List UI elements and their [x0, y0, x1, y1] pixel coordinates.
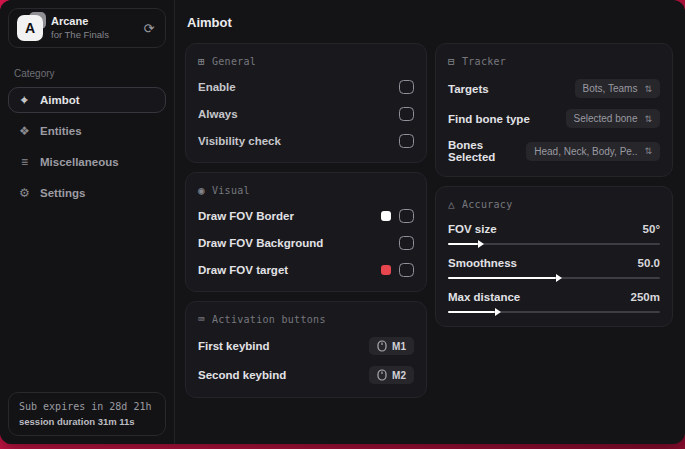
fov-border-color-swatch[interactable]	[381, 211, 391, 221]
bones-selected-dropdown[interactable]: Head, Neck, Body, Pe.. ⇅	[526, 142, 660, 161]
card-title: Tracker	[462, 56, 506, 67]
second-keybind-row: Second keybind M2	[198, 366, 414, 384]
slider-fill[interactable]	[448, 311, 495, 313]
find-bone-type-row: Find bone type Selected bone ⇅	[448, 109, 660, 128]
app-subtitle: for The Finals	[51, 29, 109, 41]
sidebar-item-entities[interactable]: ❖ Entities	[8, 118, 166, 144]
visual-row-fov-border: Draw FOV Border	[198, 208, 414, 224]
app-logo: A	[17, 15, 43, 41]
sub-expiry-text: Sub expires in 28d 21h	[19, 401, 155, 412]
sidebar-item-aimbot[interactable]: ⌖ Aimbot	[8, 87, 166, 113]
sidebar-nav: ⌖ Aimbot ❖ Entities ≡ Miscellaneous ⚙ Se…	[0, 87, 174, 206]
select-arrows-icon: ⇅	[644, 114, 652, 124]
card-title: Visual	[212, 185, 250, 196]
sidebar-item-label: Aimbot	[40, 94, 80, 106]
subscription-info: Sub expires in 28d 21h session duration …	[8, 392, 166, 436]
first-keybind-row: First keybind M1	[198, 337, 414, 355]
select-arrows-icon: ⇅	[644, 146, 652, 156]
slider-fill[interactable]	[448, 243, 478, 245]
select-arrows-icon: ⇅	[644, 84, 652, 94]
main-content: Aimbot ⊞ General Enable Always	[175, 0, 685, 444]
fov-target-checkbox[interactable]	[399, 263, 414, 277]
fov-size-slider-block: FOV size 50°	[448, 223, 660, 245]
sidebar: A Arcane for The Finals ⟳ Category ⌖ Aim…	[0, 0, 175, 444]
app-window: A Arcane for The Finals ⟳ Category ⌖ Aim…	[0, 0, 685, 444]
smoothness-value: 50.0	[638, 257, 660, 269]
smoothness-slider[interactable]	[448, 277, 660, 279]
visual-card: ◉ Visual Draw FOV Border Draw FOV Backgr…	[185, 172, 427, 292]
app-header: A Arcane for The Finals ⟳	[8, 8, 166, 48]
refresh-icon[interactable]: ⟳	[141, 21, 157, 36]
entities-icon: ❖	[18, 124, 31, 138]
smoothness-slider-block: Smoothness 50.0	[448, 257, 660, 279]
max-distance-slider[interactable]	[448, 311, 660, 313]
fov-border-checkbox[interactable]	[399, 209, 414, 223]
sidebar-item-label: Settings	[40, 187, 85, 199]
max-distance-value: 250m	[631, 291, 660, 303]
fov-background-checkbox[interactable]	[399, 236, 414, 250]
mouse-icon	[377, 369, 387, 381]
activation-buttons-card: ⌨ Activation buttons First keybind M1	[185, 301, 427, 398]
app-titles: Arcane for The Finals	[51, 15, 109, 41]
gear-icon: ⚙	[18, 186, 31, 200]
targets-dropdown[interactable]: Bots, Teams ⇅	[575, 79, 660, 98]
mouse-icon	[377, 340, 387, 352]
general-icon: ⊞	[198, 55, 205, 68]
category-label: Category	[14, 68, 160, 79]
sidebar-item-label: Miscellaneous	[40, 156, 119, 168]
sidebar-item-label: Entities	[40, 125, 82, 137]
general-row-visibility: Visibility check	[198, 133, 414, 149]
sidebar-item-miscellaneous[interactable]: ≡ Miscellaneous	[8, 149, 166, 175]
sidebar-item-settings[interactable]: ⚙ Settings	[8, 180, 166, 206]
visual-row-fov-background: Draw FOV Background	[198, 235, 414, 251]
always-checkbox[interactable]	[399, 107, 414, 121]
find-bone-type-dropdown[interactable]: Selected bone ⇅	[566, 109, 661, 128]
card-title: General	[212, 56, 256, 67]
enable-checkbox[interactable]	[399, 80, 414, 94]
accuracy-icon: △	[448, 198, 455, 211]
app-name: Arcane	[51, 15, 109, 29]
logo-letter: A	[17, 15, 43, 41]
bones-selected-row: Bones Selected Head, Neck, Body, Pe.. ⇅	[448, 139, 660, 163]
keyboard-icon: ⌨	[198, 313, 205, 326]
page-title: Aimbot	[187, 15, 673, 30]
card-title: Activation buttons	[212, 314, 326, 325]
sliders-icon: ≡	[18, 155, 31, 169]
fov-size-value: 50°	[643, 223, 660, 235]
card-title: Accuracy	[462, 199, 513, 210]
session-duration-text: session duration 31m 11s	[19, 416, 155, 427]
fov-target-color-swatch[interactable]	[381, 265, 391, 275]
general-row-enable: Enable	[198, 79, 414, 95]
accuracy-card: △ Accuracy FOV size 50°	[435, 186, 673, 327]
visual-row-fov-target: Draw FOV target	[198, 262, 414, 278]
tracker-icon: ⊟	[448, 55, 455, 68]
general-card: ⊞ General Enable Always Visibility check	[185, 43, 427, 163]
second-keybind-button[interactable]: M2	[369, 366, 414, 384]
general-row-always: Always	[198, 106, 414, 122]
visual-icon: ◉	[198, 184, 205, 197]
targets-row: Targets Bots, Teams ⇅	[448, 79, 660, 98]
tracker-card: ⊟ Tracker Targets Bots, Teams ⇅	[435, 43, 673, 177]
visibility-check-checkbox[interactable]	[399, 134, 414, 148]
max-distance-slider-block: Max distance 250m	[448, 291, 660, 313]
first-keybind-button[interactable]: M1	[369, 337, 414, 355]
crosshair-icon: ⌖	[18, 93, 31, 107]
slider-fill[interactable]	[448, 277, 556, 279]
fov-size-slider[interactable]	[448, 243, 660, 245]
